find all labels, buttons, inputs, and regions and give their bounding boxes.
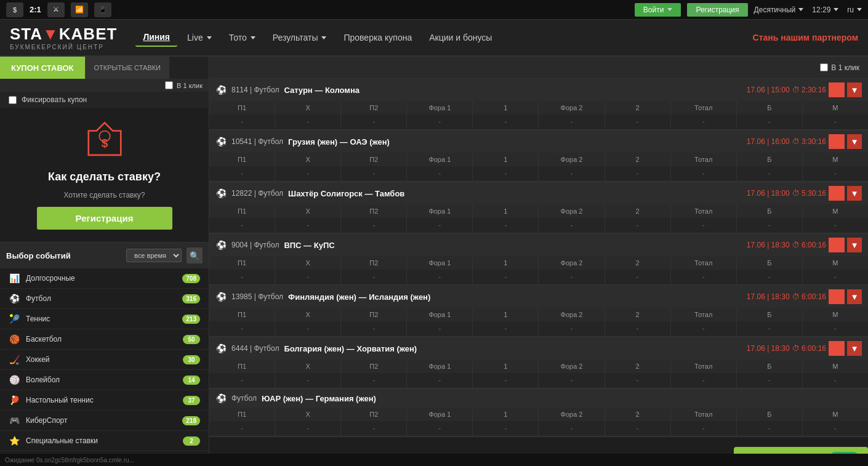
logo[interactable]: STA▼KABET БУКМЕКЕРСКИЙ ЦЕНТР	[10, 25, 117, 50]
match-expand-button[interactable]	[829, 238, 845, 252]
odds-header-cell: М	[803, 408, 868, 421]
match-header[interactable]: ⚽ 12822 | Футбол Шахтёр Солигорск — Тамб…	[209, 182, 868, 204]
odds-cell: -	[341, 166, 407, 181]
match-id: 12822 | Футбол	[231, 189, 283, 198]
match-title: Грузия (жен) — ОАЭ (жен)	[288, 137, 390, 147]
content-one-click-checkbox[interactable]	[820, 63, 828, 71]
odds-header-cell: М	[803, 256, 868, 270]
coin-icon[interactable]: $	[6, 2, 23, 17]
odds-row: ----------	[209, 218, 868, 233]
register-button[interactable]: Регистрация	[687, 3, 747, 17]
match-sport-icon: ⚽	[215, 84, 227, 95]
odds-row: ----------	[209, 421, 868, 436]
match-time: 17.06 | 18:30 ⏱ 6:00:16 ▼	[747, 341, 862, 356]
match-date: 17.06 | 15:00	[747, 86, 790, 94]
toto-dropdown-icon	[251, 36, 255, 39]
match-collapse-button[interactable]: ▼	[847, 289, 862, 304]
match-collapse-button[interactable]: ▼	[847, 134, 862, 149]
partner-link[interactable]: Стань нашим партнером	[753, 33, 858, 42]
odds-header-cell: П1	[209, 360, 275, 373]
match-header[interactable]: ⚽ 8114 | Футбол Сатурн — Коломна 17.06 |…	[209, 79, 868, 101]
sport-item-волейбол[interactable]: 🏐 Волейбол 14	[0, 370, 209, 390]
match-collapse-button[interactable]: ▼	[847, 82, 862, 97]
match-header[interactable]: ⚽ 13985 | Футбол Финляндия (жен) — Ислан…	[209, 286, 868, 308]
live-dropdown-icon	[207, 36, 212, 39]
sport-count: 50	[183, 335, 200, 344]
odds-cell: -	[473, 321, 539, 336]
top-bar-left: $ 2:1 ⚔ 📶 📱	[6, 2, 111, 17]
match-sport-icon: ⚽	[215, 343, 227, 354]
sport-item-хоккей[interactable]: 🏒 Хоккей 30	[0, 350, 209, 370]
odds-cell: -	[737, 321, 803, 336]
match-collapse-button[interactable]: ▼	[847, 186, 862, 201]
odds-cell: -	[275, 421, 341, 436]
odds-cell: -	[737, 270, 803, 284]
login-button[interactable]: Войти	[635, 3, 681, 17]
match-expand-button[interactable]	[829, 186, 845, 201]
odds-header-cell: Фора 2	[539, 204, 605, 218]
match-header[interactable]: ⚽ 6444 | Футбол Болгария (жен) — Хорвати…	[209, 337, 868, 360]
odds-cell: -	[539, 373, 605, 388]
language-selector[interactable]: ru	[847, 6, 862, 14]
sport-icon: 📊	[9, 273, 20, 284]
odds-format-selector[interactable]: Десятичный	[754, 6, 804, 14]
nav-live[interactable]: Live	[180, 29, 219, 46]
match-expand-button[interactable]	[829, 289, 845, 304]
coupon-tab[interactable]: КУПОН СТАВОК	[0, 57, 85, 79]
coupon-header: КУПОН СТАВОК ОТКРЫТЫЕ СТАВКИ	[0, 57, 209, 79]
odds-header-cell: П2	[341, 101, 407, 114]
fix-coupon-checkbox[interactable]	[9, 96, 17, 104]
match-expand-button[interactable]	[829, 134, 845, 149]
sport-item-футбол[interactable]: ⚽ Футбол 316	[0, 289, 209, 309]
nav-results[interactable]: Результаты	[265, 29, 334, 46]
open-bets-tab[interactable]: ОТКРЫТЫЕ СТАВКИ	[85, 57, 170, 79]
nav-liniya[interactable]: Линия	[135, 28, 177, 47]
one-click-label: В 1 клик	[177, 82, 203, 89]
odds-header-cell: 1	[473, 360, 539, 373]
events-filter-select[interactable]: все время	[126, 249, 182, 262]
mobile-icon[interactable]: 📱	[94, 2, 111, 17]
sidebar-register-button[interactable]: Регистрация	[37, 207, 172, 230]
odds-header-cell: Х	[275, 204, 341, 218]
logo-text: STA▼KABET	[10, 25, 117, 44]
events-search-button[interactable]: 🔍	[187, 247, 203, 263]
sport-item-баскетбол[interactable]: 🏀 Баскетбол 50	[0, 329, 209, 350]
sport-item-настольный-теннис[interactable]: 🏓 Настольный теннис 37	[0, 390, 209, 411]
match-expand-button[interactable]	[829, 82, 845, 97]
match-collapse-button[interactable]: ▼	[847, 238, 862, 252]
odds-cell: -	[275, 166, 341, 181]
match-expand-button[interactable]	[829, 341, 845, 356]
sport-item-долгосрочные[interactable]: 📊 Долгосрочные 708	[0, 268, 209, 289]
odds-header-cell: Фора 1	[407, 101, 473, 114]
odds-row: ----------	[209, 321, 868, 336]
nav-coupon-check[interactable]: Проверка купона	[336, 29, 419, 46]
sport-item-киберспорт[interactable]: 🎮 КиберСпорт 218	[0, 411, 209, 431]
nav-promotions[interactable]: Акции и бонусы	[422, 29, 499, 46]
match-sport-icon: ⚽	[215, 393, 227, 404]
sport-icon: ⭐	[9, 435, 20, 446]
sport-name: Специальные ставки	[26, 436, 177, 445]
match-timer-icon: ⏱	[792, 189, 800, 198]
match-header[interactable]: ⚽ 9004 | Футбол ВПС — КуПС 17.06 | 18:30…	[209, 234, 868, 256]
match-timer-icon: ⏱	[792, 86, 800, 94]
bar-chart-icon[interactable]: 📶	[71, 2, 88, 17]
odds-cell: -	[341, 373, 407, 388]
odds-header-cell: М	[803, 360, 868, 373]
match-collapse-button[interactable]: ▼	[847, 341, 862, 356]
odds-header-cell: Б	[737, 204, 803, 218]
odds-row: ----------	[209, 373, 868, 388]
match-header[interactable]: ⚽ 10541 | Футбол Грузия (жен) — ОАЭ (жен…	[209, 131, 868, 153]
odds-cell: -	[539, 218, 605, 233]
odds-dropdown-icon	[798, 8, 803, 11]
nav-toto[interactable]: Тото	[222, 29, 263, 46]
match-date: 17.06 | 16:00	[747, 137, 790, 146]
sport-icon: 🏓	[9, 395, 20, 406]
one-click-checkbox[interactable]	[165, 81, 173, 89]
top-bar: $ 2:1 ⚔ 📶 📱 Войти Регистрация Десятичный…	[0, 0, 868, 20]
match-header[interactable]: ⚽ Футбол ЮАР (жен) — Германия (жен)	[209, 389, 868, 408]
sidebar: КУПОН СТАВОК ОТКРЫТЫЕ СТАВКИ В 1 клик Фи…	[0, 57, 209, 466]
header: STA▼KABET БУКМЕКЕРСКИЙ ЦЕНТР Линия Live …	[0, 20, 868, 57]
sword-icon[interactable]: ⚔	[47, 2, 65, 17]
sport-item-специальные-ставки[interactable]: ⭐ Специальные ставки 2	[0, 431, 209, 451]
sport-item-теннис[interactable]: 🎾 Теннис 213	[0, 309, 209, 329]
